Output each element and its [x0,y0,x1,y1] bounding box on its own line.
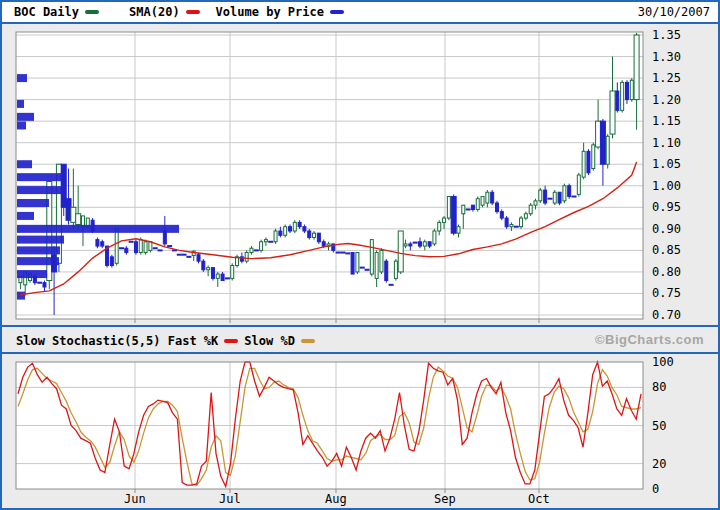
candle-up [481,197,484,206]
price-series-label: BOC Daily [14,5,79,19]
sma-label: SMA(20) [129,5,180,19]
candle-down [211,268,214,279]
candle-doji [547,198,552,200]
candle-doji [336,252,341,254]
vbp-label: Volume by Price [216,5,324,19]
candle-up [539,190,542,201]
candle-up [630,80,633,99]
candle-down [298,222,301,226]
candle-up [144,242,147,253]
candle-down [428,242,431,246]
candle-down [544,190,547,203]
candle-up [596,121,601,147]
price-tick-label: 0.85 [652,243,681,257]
candle-up [274,231,277,242]
volume-by-price-bar [17,270,47,278]
legend-item-vbp: Volume by Price [216,5,350,19]
stoch-tick-label: 100 [652,355,674,369]
candle-doji [389,284,394,286]
separator-mid-1 [2,325,718,327]
candle-doji [514,226,519,228]
volume-by-price-bar [17,100,24,108]
month-label: Oct [528,492,550,506]
candle-up [524,214,527,218]
candle-up [250,248,253,252]
price-tick-label: 1.10 [652,136,681,150]
candle-up [264,240,267,242]
candle-up [394,261,397,278]
candle-up [293,222,296,231]
candle-down [600,121,605,164]
candle-down [110,257,113,266]
candle-up [457,227,460,233]
candle-doji [182,254,187,256]
candle-up [284,227,287,236]
candle-down [558,192,561,203]
candle-down [418,242,421,246]
candle-doji [129,241,134,243]
candle-down [197,255,200,261]
candle-doji [225,277,230,279]
candle-up [433,231,436,244]
volume-by-price-bar [17,160,32,168]
stoch-d-swatch-icon [301,339,315,343]
candle-doji [268,241,273,243]
candle-down [101,242,104,246]
price-tick-label: 1.30 [652,50,681,64]
candle-up [486,192,489,203]
stoch-k-swatch-icon [224,339,238,343]
candle-up [447,197,450,219]
candle-up [510,225,513,227]
plot-background [16,32,643,319]
volume-by-price-bar [17,225,179,233]
candle-doji [466,208,471,210]
candle-doji [153,247,158,249]
candle-doji [413,242,418,244]
candle-down [43,283,46,287]
candle-up [582,151,585,177]
vbp-swatch-icon [330,10,344,14]
candle-up [592,145,595,169]
chart-date: 30/10/2007 [638,5,710,19]
candle-up [534,201,537,205]
candle-down [322,242,325,246]
volume-by-price-bar [17,236,64,244]
candle-up [476,199,479,210]
candle-up [245,253,248,262]
candle-up [76,214,81,225]
stoch-d-label: Slow %D [244,334,295,348]
month-label: Jul [219,492,241,506]
stoch-tick-label: 50 [652,419,666,433]
volume-by-price-bar [17,246,60,254]
candle-down [385,261,388,280]
price-tick-label: 0.70 [652,308,681,322]
candle-doji [186,256,191,258]
candle-up [610,91,615,134]
candle-down [303,227,306,231]
candle-up [553,192,556,203]
volume-by-price-bar [17,186,61,194]
candle-up [438,222,441,231]
candle-down [451,197,456,234]
candle-up [380,250,383,272]
candle-doji [177,254,182,256]
candle-doji [254,249,259,251]
sma-swatch-icon [186,10,200,14]
candle-down [625,82,628,99]
candle-down [616,91,619,110]
candle-up [462,205,465,214]
candle-up [563,186,566,201]
candle-up [71,207,76,222]
candle-down [587,151,590,173]
candle-up [370,240,373,274]
chart-window: BOC Daily SMA(20) Volume by Price 30/10/… [0,0,720,510]
volume-by-price-bar [17,74,27,82]
candle-up [115,229,118,263]
candle-up [404,244,407,246]
candle-down [409,244,412,246]
candle-up [149,242,152,251]
month-label: Sep [434,492,456,506]
candle-up [356,253,359,272]
candle-down [351,253,354,275]
candle-down [125,248,128,252]
